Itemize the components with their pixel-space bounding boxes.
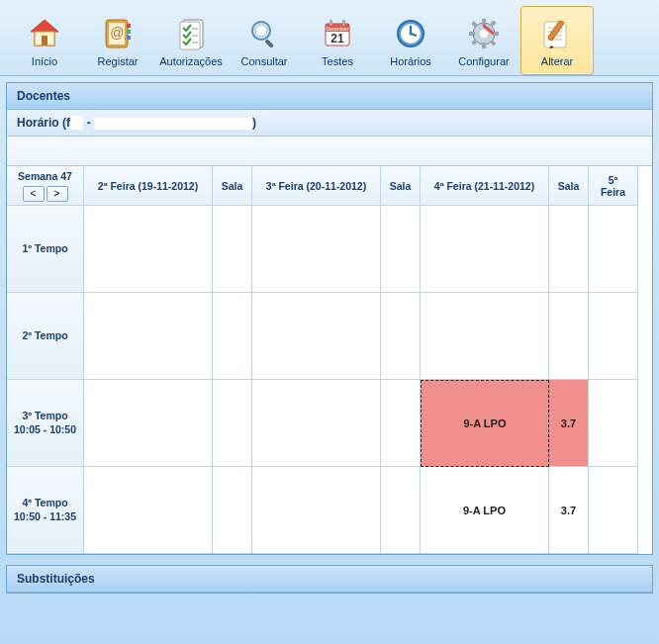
svg-rect-9 [127, 36, 131, 40]
cell-r2-wed-sala[interactable] [549, 293, 589, 380]
col-header-sala-3: Sala [549, 166, 589, 206]
authorizations-button[interactable]: Autorizações [154, 6, 228, 75]
cell-r4-wed-sala[interactable]: 3.7 [549, 467, 589, 554]
cell-r2-wed[interactable] [421, 293, 549, 380]
svg-point-38 [480, 30, 488, 38]
cell-r4-mon[interactable] [84, 467, 213, 554]
row-2-label: 2º Tempo [22, 329, 67, 343]
docentes-header: Docentes [7, 83, 652, 110]
docentes-section: Docentes Horário (f00 - ) Semana 47 < > … [6, 82, 653, 555]
schedules-label: Horários [390, 55, 431, 67]
svg-rect-22 [330, 20, 332, 26]
cell-r3-wed-sala[interactable]: 3.7 [549, 380, 589, 467]
cell-r3-mon[interactable] [84, 380, 213, 467]
subs-section: Substituições [6, 565, 653, 594]
row-3-header: 3º Tempo 10:05 - 10:50 [7, 380, 84, 467]
svg-rect-30 [482, 19, 486, 25]
subs-header: Substituições [7, 566, 652, 593]
cell-r1-mon[interactable] [84, 206, 213, 293]
cell-r4-wed[interactable]: 9-A LPO [421, 467, 549, 554]
horario-label-tail: ) [252, 116, 256, 130]
horario-label-redacted-id: 00 [70, 116, 83, 130]
main-toolbar: Início @ Registar Autorizações Consultar… [0, 0, 659, 76]
register-label: Registar [98, 55, 139, 67]
configure-label: Configurar [458, 55, 509, 67]
row-4-header: 4º Tempo 10:50 - 11:35 [7, 467, 84, 554]
week-label: Semana 47 [18, 170, 72, 182]
cell-r2-tue-sala[interactable] [381, 293, 421, 380]
svg-point-16 [255, 25, 267, 37]
row-1-label: 1º Tempo [22, 242, 67, 256]
edit-label: Alterar [541, 55, 573, 67]
cell-r3-mon-sala[interactable] [213, 380, 252, 467]
svg-rect-32 [469, 32, 475, 36]
cell-r1-wed[interactable] [421, 206, 549, 293]
horario-label-prefix: Horário (f [17, 116, 70, 130]
row-4-time: 10:50 - 11:35 [14, 510, 76, 524]
calendar-icon: December21 [318, 14, 357, 53]
cell-r1-mon-sala[interactable] [213, 206, 252, 293]
consult-button[interactable]: Consultar [228, 6, 301, 75]
col-header-mon: 2ª Feira (19-11-2012) [84, 166, 213, 206]
cell-r3-tue[interactable] [252, 380, 381, 467]
edit-button[interactable]: Alterar [520, 6, 594, 75]
cell-r3-tue-sala[interactable] [381, 380, 421, 467]
week-header-cell: Semana 47 < > [7, 166, 84, 206]
svg-rect-7 [127, 24, 131, 28]
cell-r2-mon[interactable] [84, 293, 213, 380]
svg-point-28 [410, 33, 413, 36]
cell-r3-thu[interactable] [589, 380, 638, 467]
col-header-sala-2: Sala [381, 166, 421, 206]
cell-r1-thu[interactable] [589, 206, 638, 293]
week-prev-button[interactable]: < [23, 186, 45, 202]
col-header-wed: 4ª Feira (21-11-2012) [421, 166, 549, 206]
schedule-grid: Semana 47 < > 2ª Feira (19-11-2012) Sala… [7, 166, 652, 554]
pencil-note-icon [537, 14, 577, 53]
cell-r2-tue[interactable] [252, 293, 381, 380]
horario-blank-band [7, 137, 652, 166]
cell-r2-thu[interactable] [589, 293, 638, 380]
row-3-label: 3º Tempo [22, 410, 67, 423]
magnifier-icon [244, 14, 284, 53]
row-4-label: 4º Tempo [22, 497, 67, 510]
clock-icon [391, 14, 430, 53]
authorizations-label: Autorizações [159, 55, 223, 67]
svg-marker-1 [31, 20, 58, 32]
home-icon [25, 14, 64, 53]
row-1-header: 1º Tempo [7, 206, 84, 293]
home-label: Início [32, 55, 57, 67]
cell-r4-mon-sala[interactable] [213, 467, 252, 554]
cell-r1-tue[interactable] [252, 206, 381, 293]
col-header-sala-1: Sala [213, 166, 252, 206]
svg-rect-3 [42, 36, 47, 46]
col-header-tue: 3ª Feira (20-11-2012) [252, 166, 381, 206]
row-2-header: 2º Tempo [7, 293, 84, 380]
svg-rect-17 [264, 39, 274, 48]
horario-label-redacted-name [94, 118, 252, 130]
horario-label-sep: - [83, 116, 94, 130]
row-3-time: 10:05 - 10:50 [14, 423, 76, 437]
tests-label: Testes [322, 55, 353, 67]
cell-r4-tue-sala[interactable] [381, 467, 421, 554]
cell-r2-mon-sala[interactable] [213, 293, 252, 380]
cell-r1-wed-sala[interactable] [549, 206, 589, 293]
svg-text:@: @ [110, 25, 124, 41]
configure-button[interactable]: Configurar [447, 6, 520, 75]
svg-rect-23 [342, 20, 345, 26]
cell-r4-tue[interactable] [252, 467, 381, 554]
cell-r4-thu[interactable] [589, 467, 638, 554]
address-book-icon: @ [98, 14, 138, 53]
cell-r3-wed[interactable]: 9-A LPO [421, 380, 549, 467]
consult-label: Consultar [240, 55, 287, 67]
horario-subheader: Horário (f00 - ) [7, 110, 652, 137]
schedules-button[interactable]: Horários [374, 6, 447, 75]
tests-button[interactable]: December21 Testes [301, 6, 374, 75]
home-button[interactable]: Início [8, 6, 81, 75]
checklist-icon [171, 14, 211, 53]
register-button[interactable]: @ Registar [81, 6, 154, 75]
week-next-button[interactable]: > [47, 186, 68, 202]
cell-r1-tue-sala[interactable] [381, 206, 421, 293]
week-nav: < > [23, 186, 68, 202]
svg-rect-31 [482, 43, 486, 48]
gear-icon [464, 14, 504, 53]
